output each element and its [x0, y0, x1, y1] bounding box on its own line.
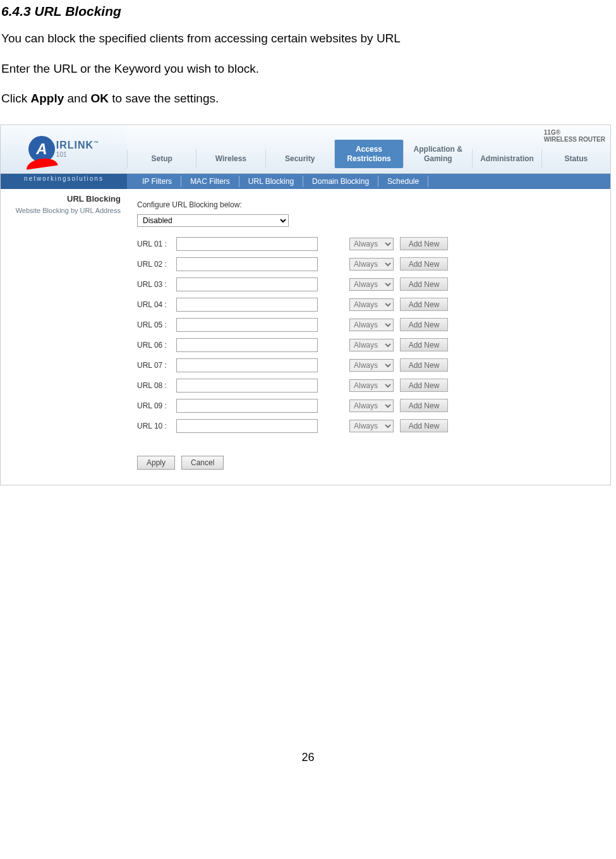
logo-tagline: networkingsolutions: [1, 174, 127, 189]
logo-cell: A IRLINK™ 101: [1, 125, 127, 173]
url-label: URL 03 :: [137, 280, 170, 289]
tab-status[interactable]: Status: [541, 149, 610, 168]
section-heading: 6.4.3 URL Blocking: [1, 4, 616, 19]
schedule-select-7[interactable]: Always: [349, 359, 394, 372]
url-row-10: URL 10 :AlwaysAdd New: [137, 419, 600, 433]
brand-sup: 11G: [544, 129, 556, 136]
add-new-button-8[interactable]: Add New: [400, 379, 448, 392]
add-new-button-3[interactable]: Add New: [400, 277, 448, 291]
subnav-mac-filters[interactable]: MAC Filters: [181, 176, 239, 187]
sidebar: URL Blocking Website Blocking by URL Add…: [1, 189, 127, 485]
tab-access-restrictions[interactable]: Access Restrictions: [334, 140, 403, 168]
cancel-button[interactable]: Cancel: [181, 456, 224, 470]
add-new-button-5[interactable]: Add New: [400, 318, 448, 331]
url-row-5: URL 05 :AlwaysAdd New: [137, 318, 600, 332]
logo-text: IRLINK™ 101: [56, 140, 99, 158]
url-row-1: URL 01 :AlwaysAdd New: [137, 237, 600, 251]
url-input-1[interactable]: [176, 237, 318, 251]
add-new-button-9[interactable]: Add New: [400, 399, 448, 412]
url-row-4: URL 04 :AlwaysAdd New: [137, 298, 600, 312]
doc-para-3-b2: OK: [91, 92, 109, 105]
doc-para-1: You can block the specified clients from…: [1, 30, 616, 47]
subnav-schedule[interactable]: Schedule: [378, 176, 428, 187]
panel-title: URL Blocking: [1, 194, 121, 204]
url-label: URL 06 :: [137, 341, 170, 350]
url-row-3: URL 03 :AlwaysAdd New: [137, 277, 600, 291]
schedule-select-10[interactable]: Always: [349, 420, 394, 432]
tab-setup[interactable]: Setup: [127, 149, 196, 168]
schedule-select-2[interactable]: Always: [349, 258, 394, 271]
doc-para-3-post: to save the settings.: [109, 92, 219, 105]
url-input-6[interactable]: [176, 338, 318, 352]
url-input-10[interactable]: [176, 419, 318, 433]
brand-badge: 11G® WIRELESS ROUTER: [544, 129, 605, 143]
url-row-9: URL 09 :AlwaysAdd New: [137, 399, 600, 413]
url-input-8[interactable]: [176, 379, 318, 393]
url-row-2: URL 02 :AlwaysAdd New: [137, 257, 600, 271]
url-input-5[interactable]: [176, 318, 318, 332]
url-label: URL 09 :: [137, 401, 170, 410]
url-label: URL 04 :: [137, 300, 170, 309]
tab-wireless[interactable]: Wireless: [196, 149, 265, 168]
add-new-button-1[interactable]: Add New: [400, 237, 448, 250]
router-header: A IRLINK™ 101 Setup Wireless Security Ac…: [1, 125, 610, 174]
add-new-button-4[interactable]: Add New: [400, 298, 448, 311]
sub-nav-row: networkingsolutions IP Filters MAC Filte…: [1, 174, 610, 189]
subnav-url-blocking[interactable]: URL Blocking: [239, 176, 303, 187]
add-new-button-2[interactable]: Add New: [400, 257, 448, 271]
schedule-select-5[interactable]: Always: [349, 319, 394, 331]
add-new-button-10[interactable]: Add New: [400, 419, 448, 432]
doc-para-3-pre: Click: [1, 92, 30, 105]
tab-security[interactable]: Security: [265, 149, 334, 168]
main-tabs: Setup Wireless Security Access Restricti…: [127, 125, 610, 173]
url-label: URL 05 :: [137, 320, 170, 329]
url-blocking-status-select[interactable]: Disabled: [137, 214, 289, 227]
action-row: Apply Cancel: [137, 456, 600, 470]
schedule-select-6[interactable]: Always: [349, 339, 394, 351]
url-label: URL 02 :: [137, 260, 170, 269]
url-label: URL 08 :: [137, 381, 170, 390]
logo-text-main: IRLINK: [56, 140, 94, 150]
sub-nav: IP Filters MAC Filters URL Blocking Doma…: [127, 174, 610, 189]
doc-para-3-mid: and: [64, 92, 90, 105]
schedule-select-8[interactable]: Always: [349, 379, 394, 392]
url-label: URL 01 :: [137, 240, 170, 248]
url-row-6: URL 06 :AlwaysAdd New: [137, 338, 600, 352]
schedule-select-9[interactable]: Always: [349, 399, 394, 412]
url-input-3[interactable]: [176, 277, 318, 291]
doc-para-2: Enter the URL or the Keyword you wish to…: [1, 61, 616, 77]
tab-app-gaming[interactable]: Application & Gaming: [403, 140, 472, 168]
url-label: URL 10 :: [137, 422, 170, 430]
doc-para-3-b1: Apply: [30, 92, 64, 105]
apply-button[interactable]: Apply: [137, 456, 175, 470]
panel-instruction: Configure URL Blocking below:: [137, 200, 600, 209]
url-row-7: URL 07 :AlwaysAdd New: [137, 358, 600, 372]
schedule-select-4[interactable]: Always: [349, 298, 394, 311]
doc-para-3: Click Apply and OK to save the settings.: [1, 90, 616, 107]
url-input-9[interactable]: [176, 399, 318, 413]
brand-tag: WIRELESS ROUTER: [544, 136, 605, 143]
logo-text-sup: ™: [94, 140, 99, 146]
subnav-ip-filters[interactable]: IP Filters: [133, 176, 181, 187]
schedule-select-3[interactable]: Always: [349, 278, 394, 291]
tab-administration[interactable]: Administration: [472, 149, 541, 168]
main-panel: Configure URL Blocking below: Disabled U…: [127, 189, 610, 485]
page-number: 26: [0, 751, 616, 764]
content-row: URL Blocking Website Blocking by URL Add…: [1, 189, 610, 485]
panel-subtitle: Website Blocking by URL Address: [1, 206, 121, 215]
add-new-button-7[interactable]: Add New: [400, 358, 448, 372]
url-rows-container: URL 01 :AlwaysAdd NewURL 02 :AlwaysAdd N…: [137, 237, 600, 433]
url-input-2[interactable]: [176, 257, 318, 271]
subnav-domain-blocking[interactable]: Domain Blocking: [303, 176, 378, 187]
router-screenshot: 11G® WIRELESS ROUTER A IRLINK™ 101 Setup…: [0, 125, 611, 485]
url-input-4[interactable]: [176, 298, 318, 312]
logo-wrap: A IRLINK™ 101: [28, 136, 99, 162]
url-row-8: URL 08 :AlwaysAdd New: [137, 379, 600, 393]
url-input-7[interactable]: [176, 358, 318, 372]
add-new-button-6[interactable]: Add New: [400, 338, 448, 351]
url-label: URL 07 :: [137, 361, 170, 370]
schedule-select-1[interactable]: Always: [349, 238, 394, 250]
logo-icon: A: [28, 136, 55, 162]
